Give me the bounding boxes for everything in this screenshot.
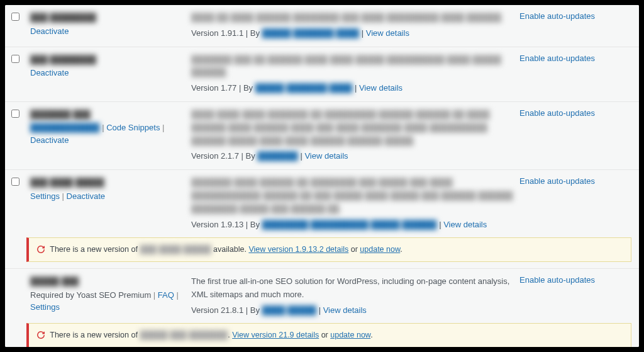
update-icon [36, 244, 45, 256]
plugin-row-actions: Settings | Deactivate [30, 190, 187, 203]
plugin-author[interactable]: █████ ███████ ████ [262, 28, 360, 38]
plugin-desc-col: ████ ████ ████ ███████ ██ █████████ ████… [191, 108, 516, 163]
plugin-row: ███ ████████ Deactivate ████ ██ ████ ███… [5, 5, 639, 47]
enable-auto-update-link[interactable]: Enable auto-updates [519, 54, 595, 63]
deactivate-link[interactable]: Deactivate [30, 68, 69, 77]
settings-link[interactable]: Settings [30, 191, 60, 201]
auto-update-col: Enable auto-updates [519, 176, 633, 186]
plugin-meta: Version 2.1.7 | By ███████ | View detail… [191, 150, 516, 163]
view-version-link[interactable]: View version 1.9.13.2 details [248, 245, 348, 254]
plugin-name: ███ ████████ [30, 11, 187, 24]
plugin-row-actions: Deactivate [30, 67, 187, 79]
plugin-name-col: ███████ ███ ████████████ | Code Snippets… [30, 108, 187, 147]
auto-update-col: Enable auto-updates [519, 275, 633, 285]
update-notice: There is a new version of █████ ███ ████… [26, 323, 631, 347]
row-checkbox-wrap [11, 11, 26, 23]
settings-link[interactable]: Settings [30, 302, 60, 312]
plugin-name: ███████ ███ [30, 108, 187, 121]
row-checkbox[interactable] [11, 55, 19, 63]
deactivate-link[interactable]: Deactivate [30, 135, 69, 145]
plugin-name-col: █████ ███ Required by Yoast SEO Premium … [30, 275, 187, 314]
view-details-link[interactable]: View details [359, 83, 402, 93]
plugin-description: ███████ ███ ██ ██████ ████ ████ █████ ██… [191, 54, 516, 80]
plugin-row: █████ ███ Required by Yoast SEO Premium … [5, 269, 639, 323]
plugin-desc-col: ███████ ████ ██████ ██ ████████ ███ ████… [191, 176, 516, 231]
update-notice: There is a new version of ███ ████ █████… [26, 237, 631, 262]
plugin-name: █████ ███ [30, 275, 187, 288]
plugin-author[interactable]: █████ ███████ ████ [255, 83, 353, 93]
plugin-meta: Version 1.77 | By █████ ███████ ████ | V… [191, 82, 516, 95]
deactivate-link[interactable]: Deactivate [67, 191, 105, 201]
plugin-author[interactable]: ████ █████ [262, 305, 317, 315]
required-by-label: Required by Yoast SEO Premium [30, 290, 151, 300]
row-checkbox-wrap [11, 108, 26, 120]
update-notice-wrap: There is a new version of ███ ████ █████… [5, 237, 639, 269]
plugin-meta: Version 1.91.1 | By █████ ███████ ████ |… [191, 27, 516, 40]
code-snippets-link[interactable]: Code Snippets [106, 123, 160, 132]
row-checkbox[interactable] [11, 178, 19, 186]
view-details-link[interactable]: View details [443, 220, 487, 229]
plugin-desc-col: The first true all-in-one SEO solution f… [191, 275, 516, 317]
plugin-description: ███████ ████ ██████ ██ ████████ ███ ████… [191, 176, 516, 215]
deactivate-link[interactable]: Deactivate [30, 26, 69, 36]
plugin-row-actions: ████████████ | Code Snippets | Deactivat… [30, 122, 187, 146]
row-checkbox[interactable] [11, 110, 19, 118]
plugin-row: ███████ ███ ████████████ | Code Snippets… [5, 102, 639, 170]
view-details-link[interactable]: View details [366, 28, 409, 38]
row-checkbox-wrap [11, 54, 26, 65]
auto-update-col: Enable auto-updates [519, 54, 633, 63]
enable-auto-update-link[interactable]: Enable auto-updates [519, 11, 595, 21]
row-checkbox[interactable] [11, 13, 19, 21]
plugin-row: ███ ████ █████ Settings | Deactivate ███… [5, 170, 639, 237]
plugin-description: ████ ██ ████ ██████ ████████ ███ ████ ██… [191, 11, 516, 25]
auto-update-col: Enable auto-updates [519, 108, 633, 118]
plugin-name-col: ███ ████████ Deactivate [30, 11, 187, 37]
plugins-table: ███ ████████ Deactivate ████ ██ ████ ███… [5, 5, 639, 347]
faq-link[interactable]: FAQ [158, 290, 174, 300]
plugin-description: ████ ████ ████ ███████ ██ █████████ ████… [191, 108, 516, 147]
plugin-row-actions: Deactivate [30, 25, 187, 38]
plugin-row: ███ ████████ Deactivate ███████ ███ ██ █… [5, 47, 639, 102]
plugin-name: ███ ████ █████ [30, 176, 187, 189]
enable-auto-update-link[interactable]: Enable auto-updates [519, 275, 595, 285]
update-icon [36, 329, 45, 342]
enable-auto-update-link[interactable]: Enable auto-updates [519, 108, 595, 118]
update-now-link[interactable]: update now [330, 331, 370, 339]
plugin-description: The first true all-in-one SEO solution f… [191, 275, 516, 302]
plugin-meta: Version 21.8.1 | By ████ █████ | View de… [191, 304, 516, 317]
view-details-link[interactable]: View details [304, 151, 348, 161]
plugin-name: ███ ████████ [30, 54, 187, 66]
auto-update-col: Enable auto-updates [519, 11, 633, 21]
plugin-name-col: ███ ████ █████ Settings | Deactivate [30, 176, 187, 202]
plugin-name-col: ███ ████████ Deactivate [30, 54, 187, 79]
plugin-author[interactable]: ████████ ██████████ █████ ██████ [262, 220, 437, 229]
plugin-meta: Version 1.9.13 | By ████████ ██████████ … [191, 219, 516, 232]
enable-auto-update-link[interactable]: Enable auto-updates [519, 176, 595, 186]
view-details-link[interactable]: View details [323, 305, 367, 315]
update-notice-wrap: There is a new version of █████ ███ ████… [5, 323, 639, 347]
plugin-desc-col: ███████ ███ ██ ██████ ████ ████ █████ ██… [191, 54, 516, 95]
plugin-author[interactable]: ███████ [257, 151, 297, 161]
plugin-desc-col: ████ ██ ████ ██████ ████████ ███ ████ ██… [191, 11, 516, 40]
plugin-extra-link[interactable]: ████████████ [30, 123, 100, 132]
plugin-row-actions: Required by Yoast SEO Premium | FAQ | Se… [30, 289, 187, 314]
row-checkbox-wrap [11, 176, 26, 188]
view-version-link[interactable]: View version 21.9 details [232, 331, 319, 339]
update-now-link[interactable]: update now [360, 245, 400, 254]
